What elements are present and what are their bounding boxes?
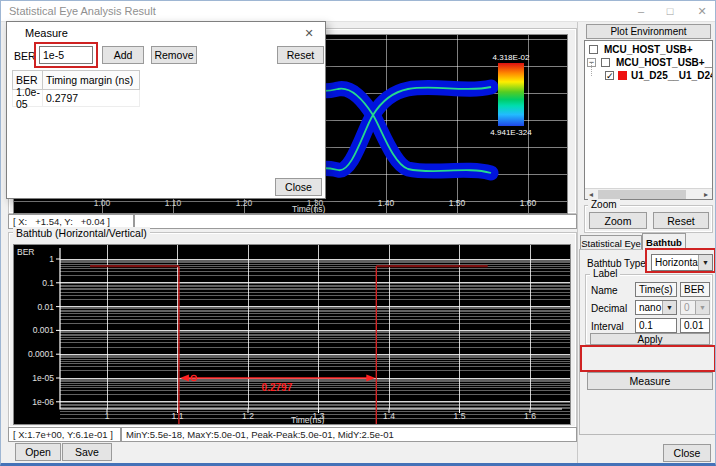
dialog-close-button[interactable]: Close [275,178,322,196]
dialog-title: Measure [25,27,68,39]
svg-text:1.2: 1.2 [242,411,254,421]
label-group: Name Time(s) BER Decimal nano ▼ 0 ▼ Inte… [585,274,713,345]
decimal-digits-value: 0 [681,302,695,313]
scroll-right-arrow[interactable]: ▸ [700,189,712,200]
name-label: Name [591,285,618,296]
table-cell-timing-margin: 0.2797 [43,90,140,107]
tree-item-u1-d25-u1-d24[interactable]: ✓ U1_D25__U1_D24 [585,69,713,82]
dialog-close-icon[interactable]: ✕ [301,26,317,40]
svg-text:1: 1 [105,411,110,421]
decimal-label: Decimal [591,303,627,314]
tree-item-1-label[interactable]: MCU_HOST_USB+ [604,44,693,55]
svg-text:1.20: 1.20 [236,198,253,208]
apply-button[interactable]: Apply [590,333,710,345]
label-group-title: Label [590,268,620,279]
tree-item-3-label[interactable]: U1_D25__U1_D24 [631,70,713,81]
tree-checkbox-3[interactable]: ✓ [605,71,614,80]
ber-label: BER [14,50,36,62]
ber-input[interactable] [39,46,93,64]
open-button[interactable]: Open [15,443,61,461]
save-button[interactable]: Save [62,443,112,461]
bathtub-plot[interactable]: BER10.10.010.0010.00011e-051e-0611.11.21… [13,244,571,425]
window-title: Statistical Eye Analysis Result [9,5,156,17]
svg-text:Time(ns): Time(ns) [291,415,324,424]
svg-text:BER: BER [17,247,34,257]
tree-checkbox-2[interactable] [601,58,610,67]
add-button[interactable]: Add [102,46,144,64]
remove-button[interactable]: Remove [151,46,197,64]
right-panel: Plot Environment MCU_HOST_USB+ − MCU_HOS… [577,22,716,466]
colorbar-min-label: 4.941E-324 [475,128,547,137]
svg-text:1.10: 1.10 [165,198,182,208]
measure-dialog: Measure ✕ BER Add Remove Reset BER Timin… [6,21,326,199]
svg-text:1.6: 1.6 [524,411,536,421]
svg-text:Time(ns): Time(ns) [292,204,325,213]
chevron-down-icon[interactable]: ▼ [662,301,676,314]
decimal-digits-select: 0 ▼ [680,300,710,315]
zoom-button[interactable]: Zoom [589,212,647,229]
svg-text:1.5: 1.5 [454,411,466,421]
measure-button[interactable]: Measure [587,372,713,390]
close-button[interactable]: Close [663,444,711,462]
tree-connector [591,63,592,76]
tree-item-mcu-host-usb[interactable]: MCU_HOST_USB+ [585,43,713,56]
chevron-down-icon[interactable]: ▼ [698,255,712,270]
table-cell-ber: 1.0e-05 [12,90,43,107]
svg-text:1.4: 1.4 [383,411,395,421]
bathtub-type-value: Horizontal [652,257,698,268]
plot-environment-button[interactable]: Plot Environment [586,24,711,39]
name-time-field: Time(s) [635,282,677,297]
decimal-unit-value: nano [636,302,662,313]
svg-text:1: 1 [49,254,54,264]
svg-text:1.00: 1.00 [94,198,111,208]
colorbar-max-label: 4.318E-02 [473,53,549,62]
svg-text:1e-05: 1e-05 [32,373,54,383]
eye-status-spacer [134,214,577,229]
scroll-thumb[interactable] [598,190,686,199]
statistical-eye-analysis-window: Statistical Eye Analysis Result – □ ✕ 1.… [0,0,716,466]
svg-text:1.60: 1.60 [520,198,537,208]
tree-item-mcu-host-usb-pair[interactable]: − MCU_HOST_USB+__MCU_HO [585,56,713,69]
tab-statistical-eye[interactable]: Statistical Eye [580,235,642,250]
net-tree: MCU_HOST_USB+ − MCU_HOST_USB+__MCU_HO ✓ … [584,40,713,200]
name-ber-field: BER [680,282,710,297]
bathtub-group-title: Bathtub (Horizontal/Vertical) [13,227,150,239]
colorbar [498,63,524,126]
chevron-down-icon: ▼ [695,301,709,314]
svg-text:1.50: 1.50 [449,198,466,208]
table-header-timing-margin[interactable]: Timing margin (ns) [42,70,140,90]
zoom-group-title: Zoom [588,199,620,210]
svg-text:0.0001: 0.0001 [28,349,54,359]
bathtub-tab-panel: Bathtub Type Horizontal ▼ Name Time(s) B… [579,249,716,435]
svg-text:1.40: 1.40 [378,198,395,208]
bathtub-canvas: BER10.10.010.0010.00011e-051e-0611.11.21… [14,245,570,424]
tree-checkbox-1[interactable] [589,45,598,54]
legend-color-swatch [618,71,627,80]
svg-text:0.01: 0.01 [37,302,54,312]
tree-item-2-label[interactable]: MCU_HOST_USB+__MCU_HO [616,57,713,68]
bathtub-coordinate-readout: [ X:1.7e+00, Y:6.1e-01 ] [8,427,121,442]
svg-text:1.1: 1.1 [172,411,184,421]
interval-label: Interval [591,321,624,332]
close-window-button[interactable]: ✕ [693,4,711,19]
tree-h-scrollbar[interactable]: ◂ ▸ [585,188,712,199]
svg-text:0.001: 0.001 [33,325,55,335]
tab-bathtub[interactable]: Bathtub [642,233,686,250]
reset-button[interactable]: Reset [277,46,324,64]
interval-ber-input[interactable]: 0.01 [680,318,710,333]
reset-zoom-button[interactable]: Reset [653,212,709,229]
svg-text:0.1: 0.1 [42,278,54,288]
maximize-button[interactable]: □ [661,4,679,19]
decimal-unit-select[interactable]: nano ▼ [635,300,677,315]
svg-text:1e-06: 1e-06 [32,397,54,407]
bathtub-stats-readout: MinY:5.5e-18, MaxY:5.0e-01, Peak-Peak:5.… [121,427,577,442]
minimize-button[interactable]: – [632,4,650,19]
svg-text:0.2797: 0.2797 [262,382,293,393]
interval-time-input[interactable]: 0.1 [635,318,677,333]
bathtub-type-select[interactable]: Horizontal ▼ [651,254,713,271]
